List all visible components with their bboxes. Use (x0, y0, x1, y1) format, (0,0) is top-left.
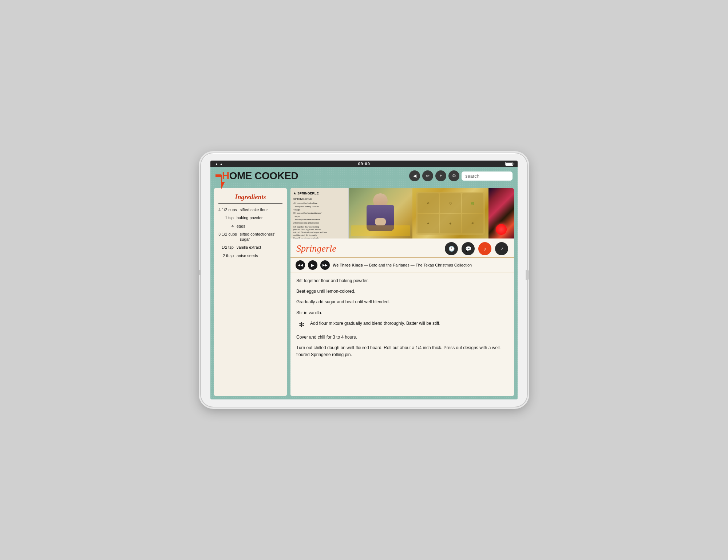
instruction-text: Gradually add sugar and beat until well … (296, 299, 390, 305)
play-button[interactable]: ▶ (308, 260, 317, 270)
list-item: 1 tsp baking powder (218, 215, 282, 220)
back-button[interactable]: ◀ (409, 170, 420, 181)
ingredient-amount: 3 1/2 cups (218, 232, 237, 242)
list-item: 1/2 tsp vanilla extract (218, 245, 282, 250)
app-title: HOME COOKED (222, 170, 298, 182)
song-separator: — (364, 263, 369, 267)
ingredient-amount: 2 tbsp (218, 253, 234, 258)
recipe-photo-subtitle: SPRINGERLE (293, 197, 345, 201)
rewind-button[interactable]: ◀◀ (296, 260, 305, 270)
cookie-bg: ✿ ⬡ 🌿 ♣ ◈ ❋ (412, 188, 488, 238)
instruction-text: Beat eggs until lemon-colored. (296, 288, 355, 295)
comments-button[interactable]: 💬 (462, 242, 475, 255)
photo-cookie: ✿ ⬡ 🌿 ♣ ◈ ❋ (412, 188, 488, 238)
ingredients-divider (218, 203, 282, 204)
star-icon: ★ (293, 192, 296, 196)
battery-icon (505, 162, 513, 166)
list-item: 4 eggs (218, 224, 282, 229)
person-hands (375, 218, 386, 225)
ingredient-amount: 4 1/2 cups (218, 207, 237, 212)
ingredient-name: eggs (237, 224, 245, 229)
list-item: 2 tbsp anise seeds (218, 253, 282, 258)
ingredients-title: Ingredients (218, 193, 282, 201)
status-bar: ▲ ▲ 09:00 (210, 161, 518, 167)
music-button[interactable]: ♪ (478, 242, 491, 255)
list-item: Beat eggs until lemon-colored. (296, 288, 508, 295)
ingredients-panel: Ingredients 4 1/2 cups sifted cake flour… (214, 188, 287, 396)
battery-fill (506, 163, 513, 165)
home-button[interactable] (526, 270, 529, 280)
list-item: Sift together flour and baking powder. (296, 277, 508, 284)
photo-strip: ★ SPRINGERLE SPRINGERLE 4½ cups sifted c… (290, 188, 514, 238)
search-input[interactable] (462, 171, 513, 181)
logo-area: HOME COOKED (215, 170, 298, 182)
recipe-photo-body: 4½ cups sifted cake flour 1 teaspoon bak… (293, 202, 345, 225)
app-header: HOME COOKED ◀ ✏ + ⚙ (210, 167, 518, 185)
edit-button[interactable]: ✏ (422, 170, 433, 181)
photo-christmas (488, 188, 514, 238)
list-item: Cover and chill for 3 to 4 hours. (296, 334, 508, 341)
instruction-text: Stir in vanilla. (296, 309, 322, 316)
fastforward-button[interactable]: ▶▶ (320, 260, 330, 270)
recipe-photo-instructions: Sift together flour and baking powder. B… (293, 226, 345, 238)
clock: 09:00 (358, 162, 370, 166)
special-step-icon: ✻ (296, 320, 306, 330)
song-album: The Texas Christmas Collection (416, 263, 472, 267)
recipe-title: Springerle (296, 243, 336, 254)
song-info: We Three Kings — Beto and the Fairlanes … (333, 263, 472, 267)
person-background-shape (351, 225, 410, 236)
xmas-light (496, 224, 507, 235)
list-item: 4 1/2 cups sifted cake flour (218, 207, 282, 212)
ipad-device: ▲ ▲ 09:00 HOME COOKED ◀ ✏ + ⚙ (200, 153, 528, 407)
app-area: HOME COOKED ◀ ✏ + ⚙ Ingredients 4 1/2 cu… (210, 167, 518, 399)
ingredient-name: anise seeds (237, 253, 258, 258)
song-title: We Three Kings (333, 263, 363, 267)
recipe-photo-label: SPRINGERLE (297, 191, 319, 196)
cookie-grid: ✿ ⬡ 🌿 ♣ ◈ ❋ (416, 192, 485, 234)
ingredient-name: baking powder (237, 215, 263, 220)
ingredient-amount: 1/2 tsp (218, 245, 234, 250)
logo-tag (215, 174, 221, 177)
list-item: Stir in vanilla. (296, 309, 508, 316)
ingredient-name: sifted cake flour (240, 207, 268, 212)
settings-button[interactable]: ⚙ (448, 170, 459, 181)
ingredient-amount: 1 tsp (218, 215, 234, 220)
ingredient-name: sifted confectioners' sugar (240, 232, 282, 242)
share-button[interactable]: ↗ (495, 242, 508, 255)
timer-button[interactable]: 🕐 (445, 242, 458, 255)
list-item: ✻ Add flour mixture gradually and blend … (296, 320, 508, 330)
recipe-header: Springerle 🕐 💬 ♪ ↗ (290, 238, 514, 258)
instruction-text: Cover and chill for 3 to 4 hours. (296, 334, 357, 341)
list-item: Gradually add sugar and beat until well … (296, 299, 508, 305)
photo-recipe-text: ★ SPRINGERLE SPRINGERLE 4½ cups sifted c… (290, 188, 349, 238)
ingredient-amount: 4 (218, 224, 234, 229)
wifi-icon: ▲ ▲ (215, 162, 223, 166)
list-item: 3 1/2 cups sifted confectioners' sugar (218, 232, 282, 242)
person-photo-bg (349, 188, 412, 238)
instruction-text: Add flour mixture gradually and blend th… (310, 320, 440, 327)
header-controls: ◀ ✏ + ⚙ (409, 170, 513, 181)
photo-person (349, 188, 412, 238)
list-item: Turn out chilled dough on well-floured b… (296, 344, 508, 358)
instruction-text: Sift together flour and baking powder. (296, 277, 369, 284)
ingredient-name: vanilla extract (237, 245, 261, 250)
instructions-area: Sift together flour and baking powder. B… (290, 272, 514, 396)
add-button[interactable]: + (435, 170, 446, 181)
volume-button[interactable] (199, 270, 201, 275)
app-content: Ingredients 4 1/2 cups sifted cake flour… (210, 185, 518, 399)
xmas-bg (488, 188, 514, 238)
song-artist: Beto and the Fairlanes (369, 263, 410, 267)
instruction-text: Turn out chilled dough on well-floured b… (296, 344, 508, 358)
song-separator2: — (411, 263, 416, 267)
recipe-panel: ★ SPRINGERLE SPRINGERLE 4½ cups sifted c… (290, 188, 514, 396)
music-player: ◀◀ ▶ ▶▶ We Three Kings — Beto and the Fa… (290, 258, 514, 272)
